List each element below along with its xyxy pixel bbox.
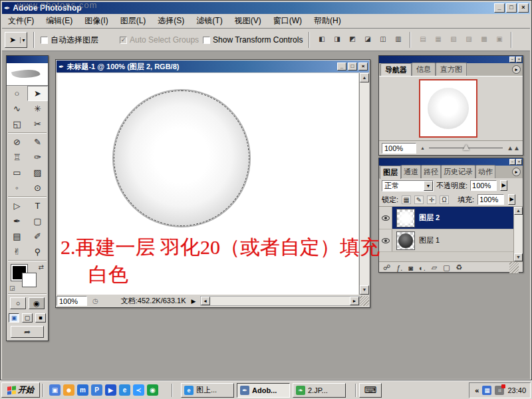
language-bar[interactable]: ⌨ (359, 383, 382, 398)
tool-move[interactable]: ➤ (27, 86, 48, 101)
navigator-zoom-field[interactable]: 100% (382, 143, 416, 154)
tool-history-brush[interactable]: ✑ (27, 150, 48, 165)
swap-colors-icon[interactable]: ⇄ (39, 263, 44, 271)
tool-pen[interactable]: ✒ (7, 213, 27, 229)
tool-path-select[interactable]: ▷ (7, 198, 27, 213)
tool-clone-stamp[interactable]: ♖ (7, 150, 27, 165)
tool-shape[interactable]: ▢ (27, 213, 48, 229)
show-transform-controls-checkbox[interactable]: Show Transform Controls (203, 35, 303, 45)
taskbar-button-image[interactable]: ❧ 2.JP... (293, 383, 346, 398)
fullscreen-mode-button[interactable]: ■ (35, 313, 46, 323)
zoom-level-field[interactable]: 100% (57, 296, 87, 306)
tool-crop[interactable]: ◱ (7, 116, 27, 132)
acdsee-icon[interactable]: ◉ (147, 384, 158, 396)
layer-mask-icon[interactable]: ◙ (408, 264, 413, 272)
standard-screen-mode-button[interactable]: ▣ (9, 313, 19, 323)
scroll-right-icon[interactable]: ► (350, 297, 359, 305)
tool-zoom[interactable]: ⚲ (27, 244, 48, 259)
doc-minimize-button[interactable]: _ (337, 63, 346, 70)
input-method-icon[interactable]: ⌗ (495, 386, 504, 395)
menu-edit[interactable]: 编辑(E) (40, 14, 78, 28)
media-player-icon[interactable]: ▶ (105, 384, 116, 396)
tool-dodge[interactable]: ⊙ (27, 180, 48, 196)
tool-hand[interactable]: ✌ (7, 244, 27, 259)
toolbox-titlebar[interactable] (7, 56, 48, 63)
delete-layer-icon[interactable]: ♻ (456, 263, 463, 272)
align-hcenter-button[interactable]: ◨ (331, 34, 342, 46)
photoshop-logo[interactable] (7, 63, 48, 86)
navigator-viewbox[interactable] (419, 79, 477, 138)
tab-layers[interactable]: 图层 (380, 166, 401, 179)
status-flyout-button[interactable]: ▶ (192, 298, 196, 305)
scroll-down-icon[interactable]: ▼ (360, 285, 369, 295)
tool-lasso[interactable]: ∿ (7, 101, 27, 116)
canvas[interactable] (57, 73, 358, 295)
internet-explorer-icon[interactable]: e (119, 384, 130, 396)
horizontal-scrollbar[interactable]: ◄ ► (200, 296, 360, 306)
qq-icon[interactable]: ☻ (63, 384, 74, 396)
palette-menu-icon[interactable]: ▸ (512, 168, 521, 176)
new-layer-icon[interactable]: ▢ (443, 263, 450, 272)
resize-grip[interactable] (360, 296, 369, 306)
thunder-icon[interactable]: ≺ (133, 384, 144, 396)
lock-transparency-icon[interactable]: ▦ (402, 196, 411, 204)
standard-mode-button[interactable]: ○ (10, 297, 26, 309)
visibility-cell[interactable] (379, 207, 392, 229)
maxthon-icon[interactable]: m (77, 384, 88, 396)
zoom-out-icon[interactable]: ▲ (420, 146, 425, 150)
network-icon[interactable]: ▦ (482, 386, 491, 395)
lock-pixels-icon[interactable]: ✎ (414, 196, 424, 204)
tool-type[interactable]: T (27, 198, 48, 213)
link-layers-icon[interactable]: ☍ (383, 263, 390, 272)
tab-channels[interactable]: 通道 (401, 165, 421, 178)
menu-select[interactable]: 选择(S) (152, 14, 190, 28)
scroll-left-icon[interactable]: ◄ (201, 297, 210, 305)
palette-menu-icon[interactable]: ▸ (512, 65, 521, 74)
default-colors-icon[interactable]: ◲ (9, 285, 15, 291)
opacity-field[interactable]: 100% (470, 180, 497, 191)
chevron-down-icon[interactable]: ▼ (424, 181, 433, 191)
align-vcenter-button[interactable]: ◫ (377, 34, 388, 46)
tool-preset-button[interactable]: ➤ ▾ (5, 32, 27, 48)
visibility-cell[interactable] (379, 229, 392, 251)
close-button[interactable]: × (518, 3, 529, 13)
tool-slice[interactable]: ✂ (27, 116, 48, 132)
tool-notes[interactable]: ▤ (7, 229, 27, 244)
tab-navigator[interactable]: 导航器 (380, 63, 412, 76)
align-bottom-button[interactable]: ▥ (392, 34, 404, 46)
menu-layer[interactable]: 图层(L) (114, 14, 152, 28)
tray-chevron-icon[interactable]: « (475, 386, 479, 394)
palette-minimize-button[interactable]: − (509, 57, 515, 63)
layer-row-2[interactable]: 图层 2 (379, 207, 513, 229)
blend-mode-select[interactable]: 正常 ▼ (382, 180, 434, 192)
layer-style-icon[interactable]: ƒ. (396, 264, 402, 272)
minimize-button[interactable]: _ (494, 3, 505, 13)
slider-thumb[interactable] (463, 144, 469, 150)
tab-histogram[interactable]: 直方图 (436, 63, 467, 76)
align-top-button[interactable]: ◪ (362, 34, 373, 46)
fill-slider-icon[interactable]: ▶ (508, 194, 515, 205)
taskbar-button-webpage[interactable]: e 图上... (181, 383, 234, 398)
menu-view[interactable]: 视图(V) (229, 14, 267, 28)
doc-maximize-button[interactable]: □ (348, 63, 357, 70)
tool-gradient[interactable]: ▨ (27, 165, 48, 180)
jump-to-imageready-button[interactable]: ➦ (11, 326, 44, 338)
tool-eyedropper[interactable]: ✐ (27, 229, 48, 244)
layer1-thumbnail[interactable] (396, 231, 415, 250)
scroll-up-icon[interactable]: ▲ (514, 207, 523, 215)
flashget-icon[interactable]: ▣ (49, 384, 61, 396)
tool-blur[interactable]: ◦ (7, 180, 27, 196)
tool-eraser[interactable]: ▭ (7, 165, 27, 180)
feathered-circle-selection[interactable] (114, 90, 249, 226)
adjustment-layer-icon[interactable]: ◐. (419, 264, 426, 272)
layer2-thumbnail[interactable] (396, 209, 415, 227)
scroll-down-icon[interactable]: ▼ (514, 253, 523, 261)
background-color-swatch[interactable] (22, 273, 37, 287)
tab-info[interactable]: 信息 (412, 63, 436, 76)
palette-close-button[interactable]: × (516, 159, 522, 165)
scroll-up-icon[interactable]: ▲ (360, 73, 369, 82)
layer-name[interactable]: 图层 1 (419, 235, 440, 245)
zoom-slider[interactable] (429, 148, 503, 148)
tab-history[interactable]: 历史记录 (441, 165, 475, 178)
document-titlebar[interactable]: ✒ 未标题-1 @ 100% (图层 2, RGB/8) _ □ × (57, 61, 369, 72)
